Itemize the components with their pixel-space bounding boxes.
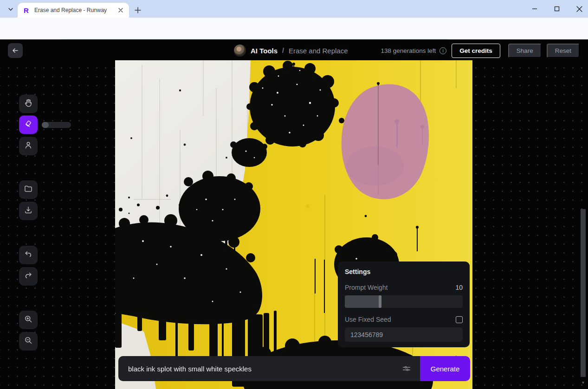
prompt-field[interactable] (118, 356, 420, 381)
generations-left: 138 generations left i (381, 47, 447, 54)
zoom-in-button[interactable] (19, 311, 38, 329)
eraser-icon (24, 119, 33, 130)
tab-title: Erase and Replace - Runway (34, 7, 114, 13)
open-file-button[interactable] (19, 180, 38, 199)
eraser-tool-button[interactable] (19, 115, 38, 134)
window-controls (530, 4, 584, 14)
settings-title: Settings (345, 268, 463, 275)
zoom-in-icon (24, 314, 33, 325)
header-actions: 138 generations left i Get credits Share… (381, 43, 580, 58)
prompt-bar: Generate (118, 356, 470, 381)
pan-tool-button[interactable] (19, 95, 38, 113)
browser-tab-strip: R Erase and Replace - Runway (0, 0, 588, 18)
use-fixed-seed-checkbox[interactable] (456, 316, 463, 323)
download-icon (24, 205, 33, 217)
use-fixed-seed-label: Use Fixed Seed (345, 316, 391, 323)
minimize-icon[interactable] (530, 4, 540, 14)
settings-panel: Settings Prompt Weight 10 Use Fixed Seed (338, 261, 470, 347)
scrollbar-down-icon[interactable]: ▾ (580, 379, 586, 386)
folder-icon (24, 184, 33, 195)
person-icon (24, 140, 33, 152)
get-credits-button[interactable]: Get credits (452, 44, 500, 58)
prompt-weight-slider-fill (345, 295, 380, 308)
prompt-input[interactable] (128, 365, 400, 373)
browser-tab[interactable]: R Erase and Replace - Runway (18, 3, 129, 18)
redo-button[interactable] (19, 267, 38, 286)
scrollbar-thumb[interactable] (581, 209, 586, 377)
hand-icon (24, 98, 33, 109)
generate-button[interactable]: Generate (420, 356, 470, 381)
seed-input[interactable] (345, 327, 463, 342)
breadcrumb-separator: / (282, 47, 284, 54)
close-window-icon[interactable] (574, 4, 584, 14)
maximize-icon[interactable] (552, 4, 562, 14)
subject-tool-button[interactable] (19, 137, 38, 155)
zoom-out-button[interactable] (19, 332, 38, 351)
runway-favicon-icon: R (22, 6, 30, 14)
breadcrumb-page-name: Erase and Replace (289, 47, 348, 55)
breadcrumb: AI Tools / Erase and Replace (234, 43, 348, 58)
window: R Erase and Replace - Runway (0, 0, 588, 389)
tab-close-icon[interactable] (117, 6, 124, 14)
tab-search-chevron-icon[interactable] (5, 4, 17, 14)
redo-icon (24, 271, 33, 282)
share-button[interactable]: Share (508, 44, 542, 58)
zoom-out-icon (24, 336, 33, 347)
info-icon[interactable]: i (439, 47, 446, 54)
prompt-weight-value: 10 (455, 284, 463, 291)
prompt-weight-slider[interactable] (345, 295, 463, 308)
project-thumbnail-avatar (234, 45, 246, 57)
prompt-weight-label: Prompt Weight (345, 284, 388, 291)
brush-size-slider[interactable] (42, 122, 71, 128)
app-back-button[interactable] (8, 43, 23, 58)
prompt-settings-icon[interactable] (400, 362, 414, 376)
breadcrumb-app-name[interactable]: AI Tools (251, 47, 278, 55)
brush-size-slider-thumb[interactable] (42, 122, 49, 128)
download-button[interactable] (19, 202, 38, 220)
reset-button[interactable]: Reset (547, 44, 580, 58)
mask-region (342, 84, 429, 199)
new-tab-button[interactable] (132, 5, 143, 16)
undo-button[interactable] (19, 246, 38, 264)
undo-icon (24, 249, 33, 261)
browser-toolbar: app.runwayml.com/video-tools/teams/robgo… (0, 18, 588, 39)
prompt-weight-slider-thumb[interactable] (379, 295, 381, 308)
